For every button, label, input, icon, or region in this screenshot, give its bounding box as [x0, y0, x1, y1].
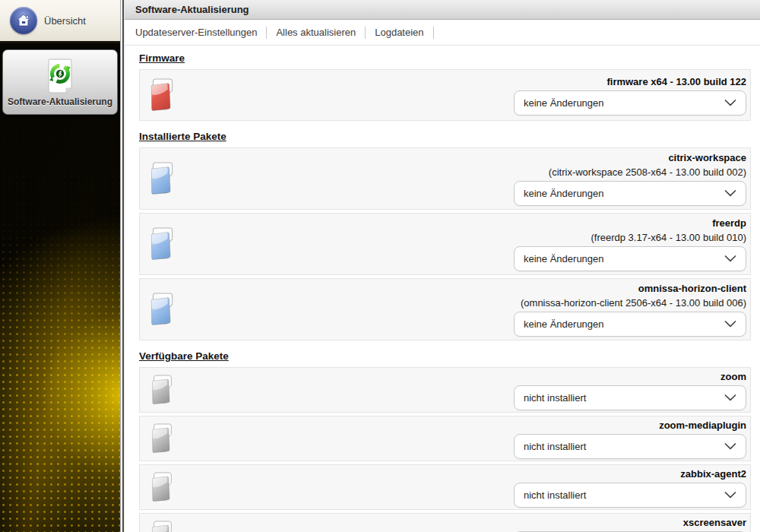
gray-folder-icon	[147, 521, 176, 532]
home-icon[interactable]	[10, 7, 37, 34]
section-heading: Installierte Pakete	[139, 131, 226, 142]
package-row: citrix-workspace (citrix-workspace 2508-…	[139, 147, 751, 210]
package-action-value: keine Änderungen	[524, 188, 604, 199]
chevron-down-icon	[724, 100, 736, 106]
package-section: Firmware firmware x64 - 13.00 build 122 …	[139, 49, 751, 121]
toolbar: Updateserver-Einstellungen Alles aktuali…	[125, 20, 760, 46]
red-folder-icon	[147, 78, 176, 112]
package-action-dropdown[interactable]: nicht installiert	[514, 385, 746, 410]
package-row: zoom-mediaplugin nicht installiert	[139, 416, 751, 461]
package-name: zoom	[720, 370, 746, 383]
package-action-dropdown[interactable]: nicht installiert	[514, 434, 746, 459]
gray-folder-icon	[147, 375, 176, 405]
sidebar: Übersicht Software-Aktualisierung	[0, 0, 120, 532]
package-action-value: keine Änderungen	[524, 318, 604, 330]
content: Firmware firmware x64 - 13.00 build 122 …	[125, 46, 760, 532]
package-action-value: nicht installiert	[524, 441, 586, 452]
package-row: zabbix-agent2 nicht installiert	[139, 464, 751, 510]
software-update-icon	[43, 58, 77, 94]
package-name: zoom-mediaplugin	[659, 419, 746, 432]
package-version: (freerdp 3.17-x64 - 13.00 build 010)	[591, 232, 746, 244]
package-row: xscreensaver nicht installiert	[139, 513, 751, 532]
chevron-down-icon	[724, 255, 736, 262]
chevron-down-icon	[724, 443, 736, 450]
toolbar-item-update-all[interactable]: Alles aktualisieren	[267, 27, 365, 38]
gray-folder-icon	[147, 472, 176, 502]
sidebar-background-pattern: Software-Aktualisierung	[0, 43, 120, 532]
package-name: zabbix-agent2	[680, 467, 746, 480]
chevron-down-icon	[724, 321, 736, 328]
package-row: omnissa-horizon-client (omnissa-horizon-…	[139, 278, 751, 340]
package-action-value: keine Änderungen	[524, 253, 604, 264]
blue-folder-icon	[147, 293, 176, 326]
software-update-window: Übersicht Software-Aktualisierung	[0, 0, 760, 532]
blue-folder-icon	[147, 162, 176, 195]
main-panel: Software-Aktualisierung Updateserver-Ein…	[125, 0, 760, 532]
package-row: freerdp (freerdp 3.17-x64 - 13.00 build …	[139, 213, 751, 275]
section-heading: Verfügbare Pakete	[139, 350, 229, 362]
package-section: Verfügbare Pakete zoom nicht installiert	[139, 344, 751, 532]
package-action-dropdown[interactable]: keine Änderungen	[514, 181, 746, 206]
package-section: Installierte Pakete citrix-workspace (ci…	[139, 124, 751, 340]
package-action-dropdown[interactable]: keine Änderungen	[514, 246, 746, 271]
chevron-down-icon	[724, 190, 736, 197]
main-header: Software-Aktualisierung	[125, 0, 760, 20]
blue-folder-icon	[147, 227, 176, 261]
package-version: (omnissa-horizon-client 2506-x64 - 13.00…	[521, 297, 746, 309]
package-name: xscreensaver	[683, 516, 746, 529]
package-action-dropdown[interactable]: keine Änderungen	[514, 312, 746, 337]
chevron-down-icon	[724, 394, 736, 401]
package-action-value: keine Änderungen	[524, 97, 604, 109]
sidebar-overview-label: Übersicht	[44, 15, 86, 27]
package-version: (citrix-workspace 2508-x64 - 13.00 build…	[549, 166, 746, 179]
package-name: freerdp	[712, 217, 746, 230]
toolbar-item-updateserver-settings[interactable]: Updateserver-Einstellungen	[135, 27, 266, 38]
toolbar-item-logfiles[interactable]: Logdateien	[366, 27, 432, 38]
home-icon-glyph	[15, 12, 32, 29]
package-name: citrix-workspace	[668, 151, 746, 164]
package-name: omnissa-horizon-client	[638, 282, 746, 295]
package-action-dropdown[interactable]: keine Änderungen	[514, 90, 746, 116]
package-action-value: nicht installiert	[524, 489, 586, 501]
package-row: zoom nicht installiert	[139, 367, 751, 413]
sidebar-item-label: Software-Aktualisierung	[8, 97, 112, 107]
package-action-value: nicht installiert	[524, 392, 586, 404]
chevron-down-icon	[724, 492, 736, 499]
package-row: firmware x64 - 13.00 build 122 keine Änd…	[139, 69, 751, 121]
page-title: Software-Aktualisierung	[135, 4, 249, 15]
package-name: firmware x64 - 13.00 build 122	[606, 75, 746, 88]
sidebar-item-software-update[interactable]: Software-Aktualisierung	[2, 49, 118, 115]
toolbar-separator	[433, 27, 434, 39]
gray-folder-icon	[147, 423, 176, 454]
sidebar-overview-button[interactable]: Übersicht	[0, 0, 120, 43]
package-action-dropdown[interactable]: nicht installiert	[514, 483, 746, 508]
section-heading: Firmware	[139, 52, 185, 64]
